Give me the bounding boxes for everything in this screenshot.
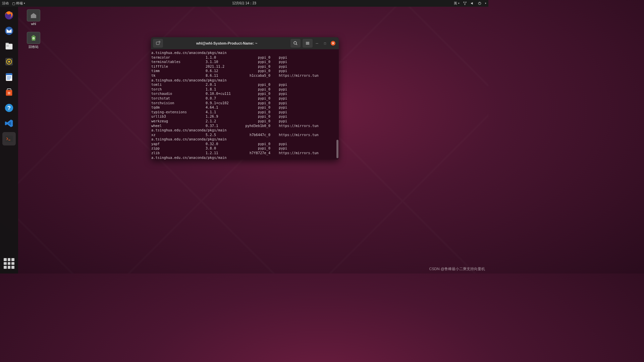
activities-button[interactable]: 活动 — [2, 1, 9, 6]
terminal-dock-icon[interactable] — [2, 132, 16, 145]
terminal-output[interactable]: a.tsinghua.edu.cn/anaconda/pkgs/main ter… — [151, 49, 339, 160]
chevron-down-icon: ▾ — [24, 2, 25, 5]
home-folder-shortcut[interactable]: whl — [23, 9, 44, 26]
svg-rect-14 — [6, 73, 12, 75]
terminal-window: whl@whl-System-Product-Name: ~ ─ □ a.tsi… — [151, 37, 339, 160]
svg-rect-21 — [5, 136, 13, 142]
svg-line-25 — [296, 44, 297, 45]
close-button[interactable] — [331, 41, 335, 46]
home-folder-icon — [27, 9, 40, 21]
hamburger-icon — [305, 41, 310, 46]
help-icon[interactable]: ? — [2, 101, 16, 115]
watermark: CSDN @鲁棒最小二乘支持向量机 — [429, 266, 485, 272]
folder-label: whl — [31, 22, 36, 26]
topbar: 活动 ▢ 终端 ▾ 12月6日 14：23 英 ▾ ▾ — [0, 0, 488, 7]
desktop-icons: whl 回收站 — [23, 9, 44, 49]
input-method-indicator[interactable]: 英 ▾ — [454, 1, 460, 6]
terminal-titlebar[interactable]: whl@whl-System-Product-Name: ~ ─ □ — [151, 37, 339, 49]
trash-label: 回收站 — [29, 45, 39, 49]
app-menu-button[interactable]: ▢ 终端 ▾ — [12, 1, 25, 6]
search-icon — [293, 41, 298, 46]
datetime-button[interactable]: 12月6日 14：23 — [232, 1, 256, 6]
chevron-down-icon: ▾ — [485, 2, 486, 5]
firefox-icon[interactable] — [2, 9, 16, 22]
svg-rect-8 — [6, 43, 9, 45]
new-tab-button[interactable] — [153, 39, 163, 48]
trash-icon — [27, 32, 40, 44]
trash-shortcut[interactable]: 回收站 — [23, 32, 44, 49]
svg-rect-7 — [6, 44, 13, 50]
show-apps-button[interactable] — [2, 257, 16, 270]
maximize-button[interactable]: □ — [323, 41, 327, 46]
rhythmbox-icon[interactable] — [2, 55, 16, 68]
svg-text:?: ? — [7, 105, 11, 111]
menu-button[interactable] — [303, 39, 313, 48]
window-title: whl@whl-System-Product-Name: ~ — [165, 41, 288, 45]
svg-rect-9 — [6, 46, 9, 46]
thunderbird-icon[interactable] — [2, 24, 16, 38]
apps-grid-icon — [4, 258, 14, 269]
svg-point-24 — [294, 42, 297, 44]
svg-rect-15 — [7, 76, 11, 77]
svg-point-12 — [8, 61, 10, 63]
svg-rect-16 — [7, 78, 11, 78]
power-icon[interactable] — [478, 1, 482, 5]
vscode-icon[interactable] — [2, 117, 16, 130]
dock: ? — [0, 7, 18, 274]
scrollbar-thumb[interactable] — [336, 140, 338, 158]
libreoffice-writer-icon[interactable] — [2, 70, 16, 84]
chevron-down-icon: ▾ — [458, 2, 460, 5]
terminal-icon: ▢ — [12, 2, 15, 5]
svg-rect-18 — [6, 90, 12, 96]
ubuntu-software-icon[interactable] — [2, 86, 16, 99]
volume-icon[interactable] — [470, 1, 474, 5]
network-icon[interactable] — [463, 1, 467, 5]
search-button[interactable] — [290, 39, 301, 48]
app-menu-label: 终端 — [16, 1, 23, 6]
files-icon[interactable] — [2, 40, 16, 53]
minimize-button[interactable]: ─ — [315, 41, 319, 46]
close-icon — [332, 42, 334, 45]
svg-rect-23 — [156, 42, 159, 45]
svg-rect-17 — [7, 79, 10, 79]
